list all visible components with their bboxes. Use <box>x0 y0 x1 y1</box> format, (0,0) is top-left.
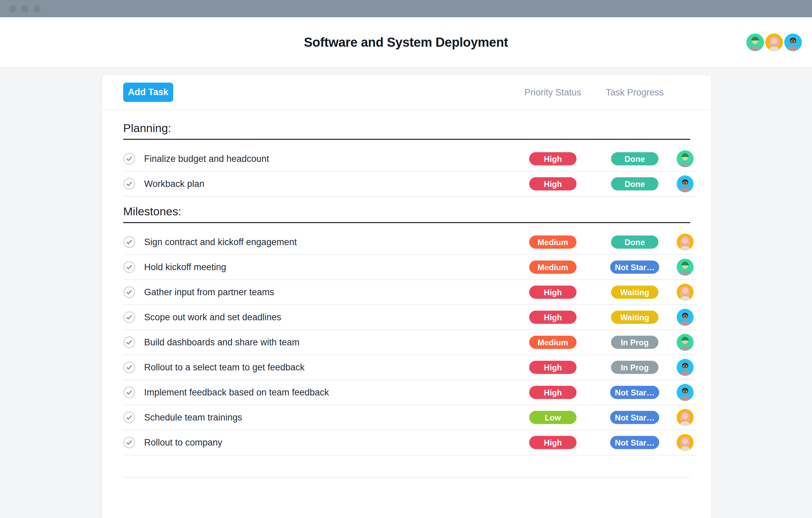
task-row[interactable]: Schedule team trainings Low Not Star… <box>123 405 696 430</box>
task-row[interactable]: Gather input from partner teams High Wai… <box>123 280 696 305</box>
avatar-blue[interactable] <box>677 384 694 401</box>
check-icon[interactable] <box>123 178 135 190</box>
check-icon[interactable] <box>123 336 135 348</box>
avatar-yellow[interactable] <box>677 434 694 451</box>
section-rows: Sign contract and kickoff engagement Med… <box>123 230 696 455</box>
bottom-divider <box>123 477 690 478</box>
priority-badge[interactable]: High <box>529 386 577 399</box>
row-avatar-slot[interactable] <box>677 434 694 451</box>
check-icon[interactable] <box>123 411 135 424</box>
priority-badge[interactable]: Medium <box>529 336 577 349</box>
task-list-card: Add Task Priority Status Task Progress P… <box>102 75 711 518</box>
check-icon[interactable] <box>123 311 135 323</box>
check-icon[interactable] <box>123 436 135 449</box>
status-badge[interactable]: In Prog <box>611 361 658 374</box>
priority-badge[interactable]: Medium <box>529 236 577 249</box>
task-row[interactable]: Build dashboards and share with team Med… <box>123 330 696 355</box>
priority-badge[interactable]: High <box>529 286 577 299</box>
column-header-priority-status: Priority Status <box>524 87 581 98</box>
task-name[interactable]: Rollout to a select team to get feedback <box>144 362 304 373</box>
task-row[interactable]: Rollout to company High Not Star… <box>123 430 696 455</box>
row-avatar-slot[interactable] <box>677 284 694 301</box>
card-toolbar: Add Task Priority Status Task Progress <box>102 75 711 110</box>
task-row[interactable]: Hold kickoff meeting Medium Not Star… <box>123 255 696 280</box>
task-name[interactable]: Gather input from partner teams <box>144 287 274 298</box>
task-row[interactable]: Implement feedback based on team feedbac… <box>123 380 696 405</box>
priority-badge[interactable]: High <box>529 436 577 449</box>
check-icon[interactable] <box>123 261 135 273</box>
card-body: Planning: Finalize budget and headcount … <box>102 122 711 478</box>
avatar-green[interactable] <box>677 150 694 167</box>
avatar-green[interactable] <box>677 334 694 351</box>
task-section: Milestones: Sign contract and kickoff en… <box>123 205 696 455</box>
row-avatar-slot[interactable] <box>677 334 694 351</box>
task-row[interactable]: Workback plan High Done <box>123 172 696 197</box>
row-avatar-slot[interactable] <box>677 150 694 167</box>
avatar-green <box>746 34 764 51</box>
task-name[interactable]: Hold kickoff meeting <box>144 262 226 273</box>
status-badge[interactable]: Done <box>611 177 658 191</box>
section-rows: Finalize budget and headcount High Done … <box>123 147 696 197</box>
check-icon[interactable] <box>123 286 135 298</box>
avatar-yellow[interactable] <box>677 409 694 426</box>
avatar-green[interactable] <box>677 259 694 276</box>
row-avatar-slot[interactable] <box>677 234 694 251</box>
task-name[interactable]: Scope out work and set deadlines <box>144 312 281 323</box>
window-control-dot[interactable] <box>33 5 41 13</box>
avatar-yellow[interactable] <box>677 284 694 301</box>
task-name[interactable]: Implement feedback based on team feedbac… <box>144 387 329 398</box>
status-badge[interactable]: Waiting <box>611 286 658 299</box>
task-row[interactable]: Sign contract and kickoff engagement Med… <box>123 230 696 255</box>
app-header: Software and System Deployment <box>0 17 812 68</box>
priority-badge[interactable]: High <box>529 177 577 191</box>
priority-badge[interactable]: High <box>529 361 577 374</box>
row-avatar-slot[interactable] <box>677 359 694 376</box>
priority-badge[interactable]: High <box>529 152 577 166</box>
section-underline <box>123 222 690 223</box>
row-avatar-slot[interactable] <box>677 259 694 276</box>
priority-badge[interactable]: High <box>529 311 577 324</box>
task-name[interactable]: Build dashboards and share with team <box>144 337 299 348</box>
task-name[interactable]: Finalize budget and headcount <box>144 154 269 164</box>
status-badge[interactable]: Done <box>611 236 658 249</box>
priority-badge[interactable]: Medium <box>529 261 577 274</box>
check-icon[interactable] <box>123 386 135 398</box>
avatar-blue[interactable] <box>677 359 694 376</box>
window-control-dot[interactable] <box>21 5 28 13</box>
task-name[interactable]: Rollout to company <box>144 437 222 448</box>
page-title: Software and System Deployment <box>304 35 508 50</box>
task-name[interactable]: Sign contract and kickoff engagement <box>144 237 297 247</box>
check-icon[interactable] <box>123 361 135 373</box>
header-avatars <box>746 34 802 51</box>
section-underline <box>123 139 690 140</box>
status-badge[interactable]: Not Star… <box>610 411 659 424</box>
check-icon[interactable] <box>123 153 135 165</box>
browser-toolbar <box>0 0 812 17</box>
avatar-blue[interactable] <box>677 175 694 192</box>
task-row[interactable]: Rollout to a select team to get feedback… <box>123 355 696 380</box>
status-badge[interactable]: Done <box>611 152 658 166</box>
status-badge[interactable]: Not Star… <box>610 436 659 449</box>
avatar-yellow <box>765 34 783 51</box>
task-name[interactable]: Schedule team trainings <box>144 412 242 423</box>
avatar-yellow[interactable] <box>677 234 694 251</box>
row-avatar-slot[interactable] <box>677 175 694 192</box>
row-avatar-slot[interactable] <box>677 409 694 426</box>
status-badge[interactable]: In Prog <box>611 336 658 349</box>
priority-badge[interactable]: Low <box>529 411 577 424</box>
avatar-blue[interactable] <box>677 309 694 326</box>
status-badge[interactable]: Not Star… <box>610 261 659 274</box>
section-title: Planning: <box>123 122 696 135</box>
avatar-blue <box>784 34 802 51</box>
check-icon[interactable] <box>123 236 135 248</box>
status-badge[interactable]: Not Star… <box>610 386 659 399</box>
task-name[interactable]: Workback plan <box>144 179 204 189</box>
row-avatar-slot[interactable] <box>677 309 694 326</box>
row-avatar-slot[interactable] <box>677 384 694 401</box>
column-header-task-progress: Task Progress <box>606 87 663 98</box>
task-row[interactable]: Finalize budget and headcount High Done <box>123 147 696 172</box>
add-task-button[interactable]: Add Task <box>123 83 173 102</box>
status-badge[interactable]: Waiting <box>611 311 658 324</box>
task-row[interactable]: Scope out work and set deadlines High Wa… <box>123 305 696 330</box>
window-control-dot[interactable] <box>9 5 16 13</box>
